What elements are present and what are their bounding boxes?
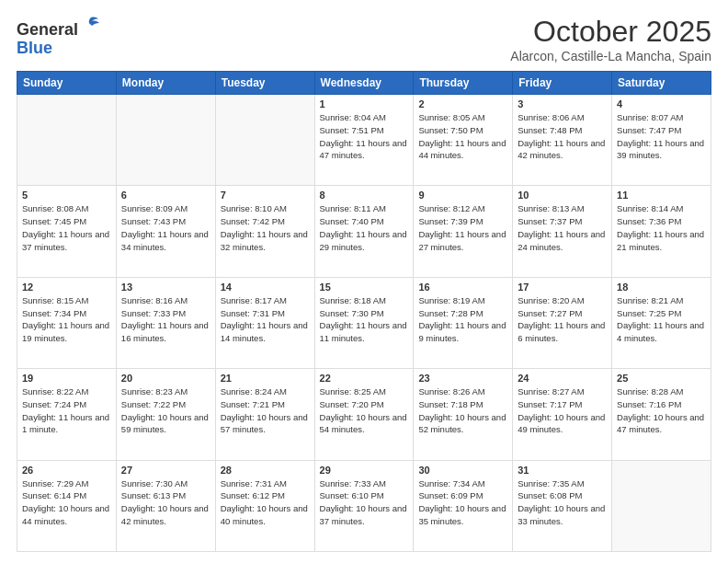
calendar-day-6: 6Sunrise: 8:09 AM Sunset: 7:43 PM Daylig… bbox=[116, 186, 215, 277]
calendar-day-20: 20Sunrise: 8:23 AM Sunset: 7:22 PM Dayli… bbox=[116, 369, 215, 460]
day-info: Sunrise: 8:26 AM Sunset: 7:18 PM Dayligh… bbox=[418, 385, 507, 436]
day-number: 16 bbox=[418, 282, 507, 293]
calendar-week-1: 1Sunrise: 8:04 AM Sunset: 7:51 PM Daylig… bbox=[17, 95, 711, 186]
month-title: October 2025 bbox=[510, 15, 711, 49]
calendar-day-8: 8Sunrise: 8:11 AM Sunset: 7:40 PM Daylig… bbox=[314, 186, 414, 277]
day-info: Sunrise: 8:18 AM Sunset: 7:30 PM Dayligh… bbox=[320, 294, 409, 345]
calendar-week-4: 19Sunrise: 8:22 AM Sunset: 7:24 PM Dayli… bbox=[17, 369, 711, 460]
calendar-day-1: 1Sunrise: 8:04 AM Sunset: 7:51 PM Daylig… bbox=[314, 95, 414, 186]
day-number: 2 bbox=[418, 98, 507, 109]
calendar-header-row: SundayMondayTuesdayWednesdayThursdayFrid… bbox=[17, 72, 711, 95]
col-header-sunday: Sunday bbox=[17, 72, 117, 95]
calendar-day-9: 9Sunrise: 8:12 AM Sunset: 7:39 PM Daylig… bbox=[414, 186, 513, 277]
calendar-day-30: 30Sunrise: 7:34 AM Sunset: 6:09 PM Dayli… bbox=[414, 460, 513, 551]
calendar-empty bbox=[116, 95, 215, 186]
day-info: Sunrise: 8:17 AM Sunset: 7:31 PM Dayligh… bbox=[221, 294, 310, 345]
calendar-day-21: 21Sunrise: 8:24 AM Sunset: 7:21 PM Dayli… bbox=[215, 369, 314, 460]
day-number: 12 bbox=[22, 282, 111, 293]
day-info: Sunrise: 8:25 AM Sunset: 7:20 PM Dayligh… bbox=[320, 385, 409, 436]
calendar-day-14: 14Sunrise: 8:17 AM Sunset: 7:31 PM Dayli… bbox=[215, 277, 314, 368]
day-number: 21 bbox=[221, 373, 310, 384]
day-info: Sunrise: 8:04 AM Sunset: 7:51 PM Dayligh… bbox=[320, 111, 409, 162]
day-number: 8 bbox=[320, 190, 409, 201]
calendar-week-5: 26Sunrise: 7:29 AM Sunset: 6:14 PM Dayli… bbox=[17, 460, 711, 551]
calendar-table: SundayMondayTuesdayWednesdayThursdayFrid… bbox=[17, 71, 711, 552]
col-header-monday: Monday bbox=[116, 72, 215, 95]
day-info: Sunrise: 7:33 AM Sunset: 6:10 PM Dayligh… bbox=[320, 477, 409, 528]
day-info: Sunrise: 8:23 AM Sunset: 7:22 PM Dayligh… bbox=[121, 385, 210, 436]
day-number: 22 bbox=[320, 373, 409, 384]
calendar-day-12: 12Sunrise: 8:15 AM Sunset: 7:34 PM Dayli… bbox=[17, 277, 117, 368]
day-number: 20 bbox=[121, 373, 210, 384]
day-info: Sunrise: 8:07 AM Sunset: 7:47 PM Dayligh… bbox=[617, 111, 706, 162]
calendar-day-17: 17Sunrise: 8:20 AM Sunset: 7:27 PM Dayli… bbox=[513, 277, 612, 368]
day-number: 10 bbox=[518, 190, 607, 201]
day-number: 13 bbox=[121, 282, 210, 293]
day-number: 3 bbox=[518, 98, 607, 109]
calendar-day-19: 19Sunrise: 8:22 AM Sunset: 7:24 PM Dayli… bbox=[17, 369, 117, 460]
calendar-day-13: 13Sunrise: 8:16 AM Sunset: 7:33 PM Dayli… bbox=[116, 277, 215, 368]
day-info: Sunrise: 8:10 AM Sunset: 7:42 PM Dayligh… bbox=[221, 202, 310, 253]
day-number: 29 bbox=[320, 465, 409, 476]
logo: General Blue bbox=[17, 15, 100, 58]
day-info: Sunrise: 8:08 AM Sunset: 7:45 PM Dayligh… bbox=[22, 202, 111, 253]
calendar-day-23: 23Sunrise: 8:26 AM Sunset: 7:18 PM Dayli… bbox=[414, 369, 513, 460]
logo-bird-icon bbox=[80, 15, 100, 35]
day-info: Sunrise: 8:22 AM Sunset: 7:24 PM Dayligh… bbox=[22, 385, 111, 436]
col-header-friday: Friday bbox=[513, 72, 612, 95]
day-info: Sunrise: 7:35 AM Sunset: 6:08 PM Dayligh… bbox=[518, 477, 607, 528]
day-info: Sunrise: 8:12 AM Sunset: 7:39 PM Dayligh… bbox=[418, 202, 507, 253]
day-number: 31 bbox=[518, 465, 607, 476]
day-info: Sunrise: 8:13 AM Sunset: 7:37 PM Dayligh… bbox=[518, 202, 607, 253]
day-number: 25 bbox=[617, 373, 706, 384]
calendar-day-16: 16Sunrise: 8:19 AM Sunset: 7:28 PM Dayli… bbox=[414, 277, 513, 368]
calendar-day-31: 31Sunrise: 7:35 AM Sunset: 6:08 PM Dayli… bbox=[513, 460, 612, 551]
col-header-wednesday: Wednesday bbox=[314, 72, 414, 95]
calendar-day-24: 24Sunrise: 8:27 AM Sunset: 7:17 PM Dayli… bbox=[513, 369, 612, 460]
col-header-thursday: Thursday bbox=[414, 72, 513, 95]
calendar-week-3: 12Sunrise: 8:15 AM Sunset: 7:34 PM Dayli… bbox=[17, 277, 711, 368]
calendar-day-22: 22Sunrise: 8:25 AM Sunset: 7:20 PM Dayli… bbox=[314, 369, 414, 460]
logo-general-text: General bbox=[17, 20, 78, 39]
day-info: Sunrise: 7:29 AM Sunset: 6:14 PM Dayligh… bbox=[22, 477, 111, 528]
calendar-day-28: 28Sunrise: 7:31 AM Sunset: 6:12 PM Dayli… bbox=[215, 460, 314, 551]
day-number: 18 bbox=[617, 282, 706, 293]
col-header-saturday: Saturday bbox=[612, 72, 711, 95]
day-info: Sunrise: 8:21 AM Sunset: 7:25 PM Dayligh… bbox=[617, 294, 706, 345]
calendar-day-15: 15Sunrise: 8:18 AM Sunset: 7:30 PM Dayli… bbox=[314, 277, 414, 368]
day-number: 15 bbox=[320, 282, 409, 293]
calendar-day-3: 3Sunrise: 8:06 AM Sunset: 7:48 PM Daylig… bbox=[513, 95, 612, 186]
day-info: Sunrise: 8:06 AM Sunset: 7:48 PM Dayligh… bbox=[518, 111, 607, 162]
title-block: October 2025 Alarcon, Castille-La Mancha… bbox=[510, 15, 711, 63]
day-info: Sunrise: 7:30 AM Sunset: 6:13 PM Dayligh… bbox=[121, 477, 210, 528]
day-number: 26 bbox=[22, 465, 111, 476]
calendar-day-2: 2Sunrise: 8:05 AM Sunset: 7:50 PM Daylig… bbox=[414, 95, 513, 186]
day-info: Sunrise: 8:05 AM Sunset: 7:50 PM Dayligh… bbox=[418, 111, 507, 162]
day-number: 30 bbox=[418, 465, 507, 476]
day-info: Sunrise: 8:14 AM Sunset: 7:36 PM Dayligh… bbox=[617, 202, 706, 253]
calendar-day-27: 27Sunrise: 7:30 AM Sunset: 6:13 PM Dayli… bbox=[116, 460, 215, 551]
day-info: Sunrise: 8:11 AM Sunset: 7:40 PM Dayligh… bbox=[320, 202, 409, 253]
day-number: 27 bbox=[121, 465, 210, 476]
day-number: 14 bbox=[221, 282, 310, 293]
day-number: 6 bbox=[121, 190, 210, 201]
calendar-empty bbox=[215, 95, 314, 186]
calendar-week-2: 5Sunrise: 8:08 AM Sunset: 7:45 PM Daylig… bbox=[17, 186, 711, 277]
calendar-day-18: 18Sunrise: 8:21 AM Sunset: 7:25 PM Dayli… bbox=[612, 277, 711, 368]
page: General Blue October 2025 Alarcon, Casti… bbox=[0, 0, 728, 563]
day-info: Sunrise: 8:15 AM Sunset: 7:34 PM Dayligh… bbox=[22, 294, 111, 345]
day-number: 17 bbox=[518, 282, 607, 293]
calendar-day-25: 25Sunrise: 8:28 AM Sunset: 7:16 PM Dayli… bbox=[612, 369, 711, 460]
day-info: Sunrise: 7:31 AM Sunset: 6:12 PM Dayligh… bbox=[221, 477, 310, 528]
logo-blue-text: Blue bbox=[17, 39, 52, 57]
day-number: 11 bbox=[617, 190, 706, 201]
day-number: 1 bbox=[320, 98, 409, 109]
day-number: 24 bbox=[518, 373, 607, 384]
location: Alarcon, Castille-La Mancha, Spain bbox=[510, 49, 711, 63]
day-number: 5 bbox=[22, 190, 111, 201]
calendar-day-7: 7Sunrise: 8:10 AM Sunset: 7:42 PM Daylig… bbox=[215, 186, 314, 277]
calendar-day-11: 11Sunrise: 8:14 AM Sunset: 7:36 PM Dayli… bbox=[612, 186, 711, 277]
day-number: 23 bbox=[418, 373, 507, 384]
col-header-tuesday: Tuesday bbox=[215, 72, 314, 95]
day-info: Sunrise: 8:16 AM Sunset: 7:33 PM Dayligh… bbox=[121, 294, 210, 345]
